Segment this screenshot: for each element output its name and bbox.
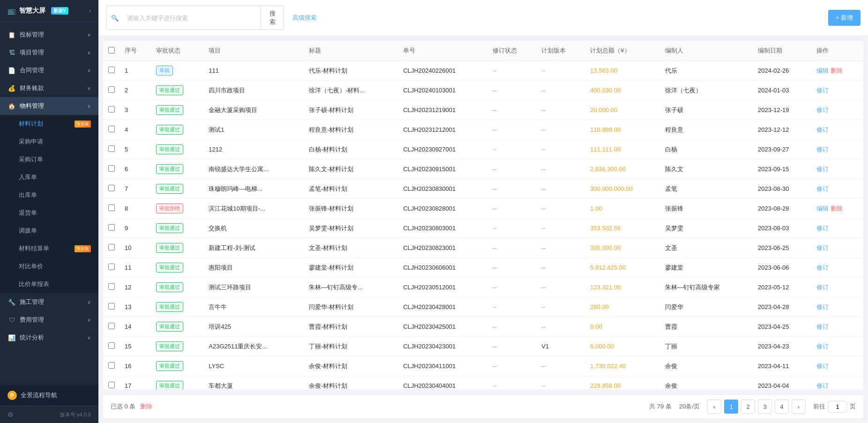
cell-revise-status: --: [488, 337, 537, 356]
revise-action[interactable]: 修订: [816, 185, 829, 192]
row-checkbox[interactable]: [108, 382, 115, 388]
row-checkbox[interactable]: [108, 86, 115, 93]
cell-date: 2024-01-03: [753, 81, 812, 100]
row-checkbox[interactable]: [108, 185, 115, 191]
sidebar-item-stock-out[interactable]: 出库单: [0, 186, 98, 204]
row-checkbox[interactable]: [108, 264, 115, 270]
row-checkbox[interactable]: [108, 323, 115, 329]
prev-page-button[interactable]: ‹: [707, 400, 721, 414]
cell-creator: 余俊: [660, 356, 753, 376]
edit-action[interactable]: 编辑: [816, 205, 829, 212]
sidebar-item-cost[interactable]: 🛡 费用管理 ∨: [0, 311, 98, 329]
price-report-label: 比价单报表: [19, 280, 49, 288]
per-page: 20条/页: [679, 402, 700, 411]
cell-order-no: CLJH20230828001: [398, 199, 488, 219]
advanced-search-button[interactable]: 高级搜索: [289, 14, 321, 22]
delete-action[interactable]: 删除: [831, 205, 843, 212]
sidebar-collapse-arrow[interactable]: ›: [89, 8, 91, 14]
next-page-button[interactable]: ›: [792, 400, 806, 414]
cell-revise-status: --: [488, 140, 537, 159]
cell-creator: 陈久文: [660, 159, 753, 179]
edit-action[interactable]: 编辑: [816, 67, 829, 74]
sidebar-item-material[interactable]: 🏠 物料管理 ∨: [0, 97, 98, 115]
row-checkbox[interactable]: [108, 67, 115, 73]
delete-action[interactable]: 删除: [831, 67, 843, 74]
sidebar-item-material-settlement[interactable]: 材料结算单 专业版: [0, 240, 98, 257]
cell-plan-version: --: [537, 376, 585, 390]
cell-revise-status: --: [488, 159, 537, 179]
sidebar-item-purchase-order[interactable]: 采购订单: [0, 151, 98, 168]
revise-action[interactable]: 修订: [816, 126, 829, 133]
project-icon: 🏗: [7, 48, 16, 57]
cell-revise-status: --: [488, 317, 537, 337]
row-checkbox[interactable]: [108, 342, 115, 349]
col-status: 审批状态: [151, 41, 204, 61]
search-button[interactable]: 搜索: [261, 6, 284, 30]
revise-action[interactable]: 修订: [816, 303, 829, 310]
sidebar-item-investment[interactable]: 📋 投标管理 ∨: [0, 26, 98, 44]
row-checkbox[interactable]: [108, 244, 115, 250]
sidebar-logo: 📺 智慧大屏 新版V: [7, 7, 68, 15]
cell-status: 审批通过: [151, 317, 204, 337]
cell-plan-version: --: [537, 61, 585, 81]
cell-project: 南锐盛达大学生公寓...: [204, 159, 304, 179]
revise-action[interactable]: 修订: [816, 106, 829, 113]
revise-action[interactable]: 修订: [816, 382, 829, 389]
revise-action[interactable]: 修订: [816, 166, 829, 173]
cell-date: 2023-06-06: [753, 258, 812, 278]
row-checkbox[interactable]: [108, 362, 115, 369]
cell-checkbox: [103, 179, 120, 199]
contract-arrow: ∨: [87, 68, 91, 74]
row-checkbox[interactable]: [108, 224, 115, 231]
settings-icon[interactable]: ⚙: [7, 411, 14, 418]
select-all-checkbox[interactable]: [108, 47, 115, 53]
sidebar-item-compare-price[interactable]: 对比单价: [0, 257, 98, 275]
cell-order-no: CLJH20231212001: [398, 120, 488, 140]
construction-icon: 🔧: [7, 298, 16, 306]
table-row: 4 审批通过 测试1 程良意-材料计划 CLJH20231212001 -- -…: [103, 120, 863, 140]
sidebar-item-stock-in[interactable]: 入库单: [0, 168, 98, 186]
row-checkbox[interactable]: [108, 303, 115, 310]
revise-action[interactable]: 修订: [816, 343, 829, 350]
page-3-button[interactable]: 3: [758, 400, 772, 414]
amount-value: 300,000.00: [590, 244, 621, 251]
cell-checkbox: [103, 159, 120, 179]
revise-action[interactable]: 修订: [816, 264, 829, 271]
status-badge: 审批通过: [156, 322, 183, 332]
nav-bottom-flow[interactable]: P 全景流程导航: [0, 385, 98, 406]
sidebar-item-construction[interactable]: 🔧 施工管理 ∨: [0, 293, 98, 311]
row-checkbox[interactable]: [108, 165, 115, 172]
sidebar-item-finance[interactable]: 💰 财务账款 ∨: [0, 79, 98, 97]
sidebar-item-contract[interactable]: 📄 合同管理 ∨: [0, 61, 98, 79]
row-checkbox[interactable]: [108, 204, 115, 211]
jump-label-before: 前往: [813, 402, 825, 411]
status-badge: 审批通过: [156, 243, 183, 253]
search-input[interactable]: [123, 11, 261, 25]
row-checkbox[interactable]: [108, 106, 115, 113]
cell-date: 2023-08-28: [753, 199, 812, 219]
revise-action[interactable]: 修订: [816, 146, 829, 153]
row-checkbox[interactable]: [108, 126, 115, 132]
sidebar-item-return[interactable]: 退货单: [0, 204, 98, 222]
page-2-button[interactable]: 2: [741, 400, 755, 414]
sidebar-item-purchase-apply[interactable]: 采购申请: [0, 133, 98, 151]
row-checkbox[interactable]: [108, 283, 115, 290]
page-jump-input[interactable]: [828, 401, 847, 413]
revise-action[interactable]: 修订: [816, 284, 829, 291]
sidebar-item-transfer[interactable]: 调拨单: [0, 222, 98, 240]
sidebar-item-price-report[interactable]: 比价单报表: [0, 275, 98, 293]
revise-action[interactable]: 修订: [816, 363, 829, 370]
new-button[interactable]: + 新增: [828, 10, 861, 26]
row-checkbox[interactable]: [108, 145, 115, 152]
sidebar-item-material-plan[interactable]: 材料计划 专业版: [0, 115, 98, 133]
revise-action[interactable]: 修订: [816, 244, 829, 251]
revise-action[interactable]: 修订: [816, 323, 829, 330]
revise-action[interactable]: 修订: [816, 225, 829, 232]
page-4-button[interactable]: 4: [775, 400, 789, 414]
cell-order-no: CLJH20230915001: [398, 159, 488, 179]
delete-selected-button[interactable]: 删除: [140, 402, 152, 411]
sidebar-item-project[interactable]: 🏗 项目管理 ∨: [0, 44, 98, 61]
revise-action[interactable]: 修订: [816, 87, 829, 94]
page-1-button[interactable]: 1: [724, 400, 738, 414]
sidebar-item-stats[interactable]: 📊 统计分析 ∨: [0, 329, 98, 347]
